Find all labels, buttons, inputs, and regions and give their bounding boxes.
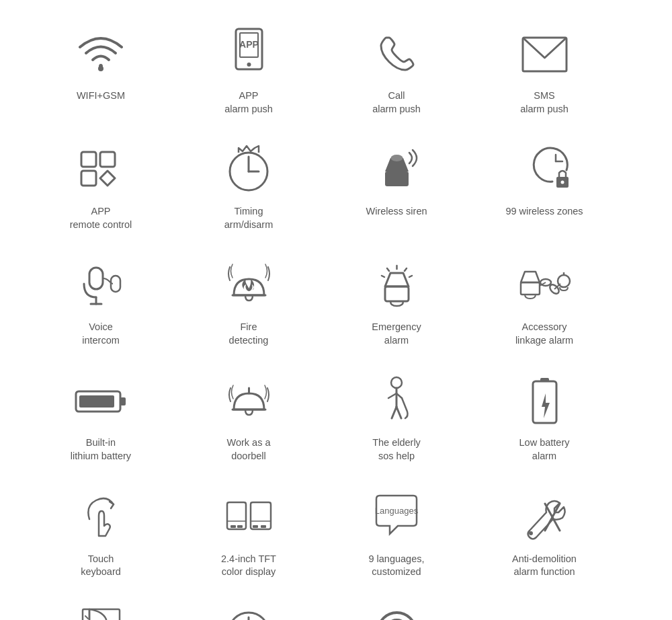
cell-battery: Built-inlithium battery [27, 360, 175, 469]
svg-point-51 [529, 531, 533, 535]
cell-app-alarm: APP APPalarm push [175, 13, 323, 122]
cell-clock: Clockfunction [175, 592, 323, 620]
wireless-siren-label: Wireless siren [366, 205, 427, 219]
svg-point-17 [561, 181, 564, 184]
languages-icon: Languages [366, 489, 427, 546]
elderly-sos-label: The elderlysos help [372, 436, 421, 463]
battery-label: Built-inlithium battery [71, 436, 131, 463]
svg-rect-43 [227, 502, 246, 521]
low-battery-label: Low batteryalarm [519, 436, 570, 463]
svg-point-0 [98, 66, 103, 71]
svg-point-39 [391, 377, 402, 388]
svg-line-27 [382, 276, 384, 277]
cell-elderly-sos: The elderlysos help [323, 360, 470, 469]
cell-timing-arm: Timingarm/disarm [175, 129, 323, 238]
svg-rect-46 [230, 525, 236, 528]
accessory-linkage-label: Accessorylinkage alarm [515, 321, 573, 347]
accessory-linkage-icon [514, 257, 575, 314]
timing-arm-label: Timingarm/disarm [224, 205, 274, 231]
touch-keyboard-icon [71, 489, 131, 546]
svg-line-26 [409, 276, 412, 277]
emergency-alarm-icon [366, 257, 427, 314]
cell-call-alarm: Callalarm push [323, 13, 470, 122]
anti-demolition-icon [514, 489, 575, 546]
svg-rect-49 [261, 525, 266, 528]
cell-amazon-alexa: WORKS WITHamazon alexa [323, 592, 470, 620]
svg-rect-48 [253, 525, 258, 528]
svg-point-3 [247, 63, 251, 67]
svg-line-57 [85, 616, 88, 619]
voice-intercom-label: Voiceintercom [82, 321, 120, 347]
svg-point-13 [390, 155, 403, 161]
tft-display-label: 2.4-inch TFTcolor display [221, 553, 276, 579]
svg-rect-18 [89, 268, 103, 289]
door-open-icon [71, 605, 131, 620]
app-alarm-label: APPalarm push [224, 89, 273, 116]
touch-keyboard-label: Touchkeyboard [81, 553, 121, 579]
tft-display-icon [218, 489, 279, 546]
svg-rect-36 [79, 395, 114, 408]
cell-wifi-gsm: WIFI+GSM [27, 13, 175, 122]
wifi-gsm-icon [71, 26, 131, 83]
svg-rect-37 [120, 397, 126, 405]
app-remote-icon [71, 141, 131, 198]
cell-anti-demolition: Anti-demolitionalarm function [470, 477, 618, 586]
svg-rect-6 [81, 152, 96, 167]
cell-app-remote: APPremote control [27, 129, 175, 238]
elderly-sos-icon [366, 373, 427, 430]
cell-languages: Languages 9 languages,customized [323, 477, 470, 586]
cell-emergency-alarm: Emergencyalarm [323, 245, 470, 354]
cell-low-battery: Low batteryalarm [470, 360, 618, 469]
cell-fire-detecting: Firedetecting [175, 245, 323, 354]
cell-anti-pet: Anti-petalarm [470, 592, 618, 620]
cell-wireless-zones: 99 wireless zones [470, 129, 618, 238]
cell-wireless-siren: Wireless siren [323, 129, 470, 238]
wireless-zones-icon [514, 141, 575, 198]
fire-detecting-icon [218, 257, 279, 314]
call-alarm-icon [366, 26, 427, 83]
cell-door-open: Dooropen alert [27, 592, 175, 620]
sms-alarm-label: SMSalarm push [520, 89, 569, 116]
svg-rect-7 [100, 152, 115, 167]
cell-tft-display: 2.4-inch TFTcolor display [175, 477, 323, 586]
app-remote-label: APPremote control [70, 205, 132, 231]
svg-line-25 [387, 268, 389, 271]
cell-doorbell: Work as adoorbell [175, 360, 323, 469]
clock-icon [218, 605, 279, 620]
emergency-alarm-label: Emergencyalarm [372, 321, 421, 347]
wireless-siren-icon [366, 141, 427, 198]
anti-pet-icon [514, 605, 575, 620]
amazon-alexa-icon [366, 605, 427, 620]
svg-rect-22 [385, 286, 409, 301]
svg-text:APP: APP [239, 39, 259, 50]
cell-touch-keyboard: Touchkeyboard [27, 477, 175, 586]
voice-intercom-icon [71, 257, 131, 314]
svg-rect-12 [385, 171, 409, 186]
call-alarm-label: Callalarm push [372, 89, 421, 116]
svg-rect-41 [540, 378, 549, 382]
cell-sms-alarm: SMSalarm push [470, 13, 618, 122]
sms-alarm-icon [514, 26, 575, 83]
doorbell-icon [218, 373, 279, 430]
fire-detecting-label: Firedetecting [229, 321, 269, 347]
svg-rect-8 [81, 171, 96, 186]
cell-voice-intercom: Voiceintercom [27, 245, 175, 354]
app-alarm-icon: APP [218, 26, 279, 83]
svg-rect-47 [237, 525, 243, 528]
languages-label: 9 languages,customized [368, 553, 424, 579]
wireless-zones-label: 99 wireless zones [505, 205, 583, 219]
doorbell-label: Work as adoorbell [226, 436, 270, 463]
cell-accessory-linkage: Accessorylinkage alarm [470, 245, 618, 354]
timing-arm-icon [218, 141, 279, 198]
svg-rect-28 [521, 282, 540, 295]
anti-demolition-label: Anti-demolitionalarm function [512, 553, 577, 579]
svg-text:Languages: Languages [375, 506, 419, 516]
svg-rect-45 [251, 502, 271, 521]
svg-line-24 [405, 268, 407, 271]
wifi-gsm-label: WIFI+GSM [77, 89, 125, 103]
svg-rect-42 [227, 502, 246, 529]
feature-grid: WIFI+GSM APP APPalarm push Callalarm pus… [13, 0, 659, 620]
battery-icon [71, 373, 131, 430]
low-battery-icon [514, 373, 575, 430]
